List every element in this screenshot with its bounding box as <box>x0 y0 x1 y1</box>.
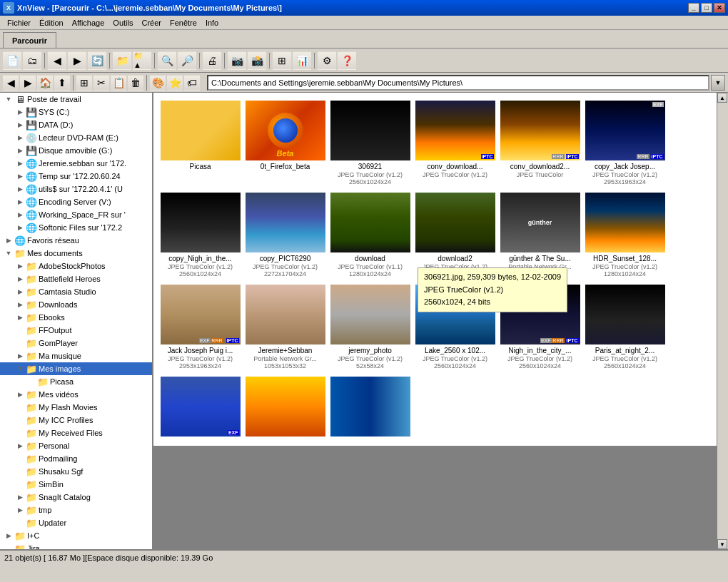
menu-creer[interactable]: Créer <box>137 17 166 29</box>
expand-icon[interactable] <box>26 376 37 387</box>
expand-icon[interactable]: ▶ <box>14 183 26 195</box>
tree-item-jira[interactable]: 📁 Jira <box>0 542 152 549</box>
tree-item-receivedfiles[interactable]: 📁 My Received Files <box>0 427 152 439</box>
list-item[interactable]: Paris_at_night_2... JPEG TrueColor (v1.2… <box>584 282 666 372</box>
delete-btn[interactable]: 🗑 <box>128 75 143 91</box>
browse-button[interactable]: 🗂 <box>23 51 41 70</box>
expand-icon[interactable] <box>14 402 26 413</box>
tree-item-softonic[interactable]: ▶ 🌐 Softonic Files sur '172.2 <box>0 221 152 234</box>
tree-item-dvd[interactable]: ▶ 💿 Lecteur DVD-RAM (E:) <box>0 131 152 144</box>
sort-button[interactable]: 📊 <box>293 51 311 70</box>
list-item[interactable]: copy_Nigh_in_the... JPEG TrueColor (v1.2… <box>159 190 241 280</box>
tree-item-snagit[interactable]: ▶ 📁 SnagIt Catalog <box>0 491 152 504</box>
list-item[interactable]: Beta 0t_Firefox_beta <box>244 98 326 188</box>
tree-item-temp[interactable]: ▶ 🌐 Temp sur '172.20.60.24 <box>0 170 152 183</box>
camera2-button[interactable]: 📸 <box>248 51 266 70</box>
list-item[interactable]: copy_PICT6290 JPEG TrueColor (v1.2) 2272… <box>244 190 326 280</box>
scrollbar[interactable]: ▲ ▼ <box>717 93 728 549</box>
list-item[interactable]: Jeremie+Sebban Portable Network Gr... 10… <box>244 282 326 372</box>
list-item[interactable]: IPTC RRR EXF copy_Jack Josep... JPEG Tru… <box>584 98 666 188</box>
nav-up[interactable]: 🏠 <box>37 75 53 91</box>
expand-icon[interactable]: ▶ <box>14 260 26 272</box>
expand-icon[interactable]: ▶ <box>14 145 26 156</box>
tree-item-flashmovies[interactable]: 📁 My Flash Movies <box>0 401 152 414</box>
expand-icon[interactable]: ▼ <box>3 93 14 105</box>
menu-outils[interactable]: Outils <box>108 17 137 29</box>
tree-item-picasa[interactable]: 📁 Picasa <box>0 375 152 388</box>
list-item[interactable]: download JPEG TrueColor (v1.1) 1280x1024… <box>329 190 411 280</box>
menu-info[interactable]: Info <box>201 17 223 29</box>
new-button[interactable]: 📄 <box>3 51 21 70</box>
expand-icon[interactable] <box>14 337 26 349</box>
menu-fenetre[interactable]: Fenêtre <box>166 17 201 29</box>
list-item[interactable]: download2 JPEG TrueColor (v1.2) 1280x102… <box>414 190 496 280</box>
list-item[interactable]: EXF <box>159 374 241 440</box>
tree-item-downloads[interactable]: ▶ 📁 Downloads <box>0 298 152 311</box>
tree-item-mesimages[interactable]: ▼ 📁 Mes images <box>0 362 152 375</box>
tree-item-utils[interactable]: ▶ 🌐 utils$ sur '172.20.4.1' (U <box>0 183 152 195</box>
expand-icon[interactable]: ▶ <box>14 170 26 182</box>
expand-icon[interactable]: ▼ <box>14 363 26 374</box>
tree-item-removable[interactable]: ▶ 💾 Disque amovible (G:) <box>0 144 152 157</box>
tree-item-encoding[interactable]: ▶ 🌐 Encoding Server (V:) <box>0 195 152 208</box>
menu-edition[interactable]: Édition <box>35 17 68 29</box>
tag-btn[interactable]: 🏷 <box>184 75 200 91</box>
tree-item-sys[interactable]: ▶ 💾 SYS (C:) <box>0 106 152 118</box>
expand-icon[interactable]: ▶ <box>14 132 26 143</box>
list-item[interactable]: günther günther & The Su... Portable Net… <box>499 190 581 280</box>
tree-item-mesdocs[interactable]: ▼ 📁 Mes documents <box>0 247 152 260</box>
expand-icon[interactable]: ▶ <box>14 222 26 233</box>
tree-item-working[interactable]: ▶ 🌐 Working_Space_FR sur ' <box>0 208 152 221</box>
list-item[interactable]: IPTC RRR EXF Nigh_in_the_city_... JPEG T… <box>499 282 581 372</box>
nav-forward[interactable]: ▶ <box>20 75 36 91</box>
menu-fichier[interactable]: Fichier <box>3 17 35 29</box>
tree-item-gomplayer[interactable]: 📁 GomPlayer <box>0 337 152 349</box>
list-item[interactable]: IPTC RRR EXF Jack Joseph Puig i... JPEG … <box>159 282 241 372</box>
forward-button[interactable]: ▶ <box>68 51 86 70</box>
list-item[interactable]: Picasa <box>159 98 241 188</box>
list-item[interactable]: HDR_Sunset_128... JPEG TrueColor (v1.2) … <box>584 190 666 280</box>
expand-icon[interactable]: ▶ <box>14 312 26 323</box>
expand-icon[interactable] <box>14 325 26 336</box>
minimize-button[interactable]: _ <box>688 3 699 13</box>
list-item[interactable]: IPTC conv_download... JPEG TrueColor (v1… <box>414 98 496 188</box>
expand-icon[interactable]: ▶ <box>14 286 26 297</box>
folder-up-button[interactable]: 📁▲ <box>133 51 151 70</box>
view-mode[interactable]: ⊞ <box>76 75 92 91</box>
expand-icon[interactable]: ▶ <box>14 491 26 503</box>
cut-btn[interactable]: ✂ <box>93 75 109 91</box>
tree-item-ebooks[interactable]: ▶ 📁 Ebooks <box>0 311 152 324</box>
expand-icon[interactable]: ▶ <box>3 235 14 246</box>
expand-icon[interactable] <box>3 543 14 549</box>
tree-item-jeremie[interactable]: ▶ 🌐 Jeremie.sebban sur '172. <box>0 157 152 170</box>
help-button[interactable]: ❓ <box>338 51 356 70</box>
tree-item-favoris[interactable]: ▶ 🌐 Favoris réseau <box>0 234 152 247</box>
tree-item-simbin[interactable]: 📁 SimBin <box>0 478 152 491</box>
expand-icon[interactable]: ▶ <box>14 273 26 285</box>
menu-affichage[interactable]: Affichage <box>68 17 109 29</box>
tree-item-podmailing[interactable]: 📁 Podmailing <box>0 452 152 465</box>
expand-icon[interactable] <box>14 427 26 439</box>
expand-icon[interactable] <box>14 479 26 490</box>
color-btn[interactable]: 🎨 <box>150 75 166 91</box>
print-button[interactable]: 🖨 <box>203 51 221 70</box>
tree-item-poste[interactable]: ▼ 🖥 Poste de travail <box>0 93 152 106</box>
settings-button[interactable]: ⚙ <box>318 51 336 70</box>
expand-icon[interactable]: ▶ <box>14 119 26 131</box>
tree-item-ffoutput[interactable]: 📁 FFOutput <box>0 324 152 337</box>
tree-item-data[interactable]: ▶ 💾 DATA (D:) <box>0 118 152 131</box>
address-input[interactable] <box>207 75 709 91</box>
tree-item-iccprofiles[interactable]: 📁 My ICC Profiles <box>0 414 152 427</box>
tree-item-camtasia[interactable]: ▶ 📁 Camtasia Studio <box>0 285 152 298</box>
expand-icon[interactable] <box>14 517 26 529</box>
tree-item-ic[interactable]: ▶ 📁 I+C <box>0 529 152 542</box>
search2-button[interactable]: 🔎 <box>178 51 196 70</box>
list-item[interactable]: Lake_2560 x 102... JPEG TrueColor (v1.2)… <box>414 282 496 372</box>
expand-icon[interactable]: ▶ <box>14 389 26 400</box>
tree-item-battlefield[interactable]: ▶ 📁 Battlefield Heroes <box>0 272 152 285</box>
expand-icon[interactable]: ▶ <box>14 158 26 169</box>
tree-item-shusaku[interactable]: 📁 Shusaku Sgf <box>0 465 152 478</box>
expand-icon[interactable]: ▶ <box>14 196 26 208</box>
tree-item-updater[interactable]: 📁 Updater <box>0 516 152 529</box>
address-dropdown[interactable]: ▼ <box>711 75 725 91</box>
